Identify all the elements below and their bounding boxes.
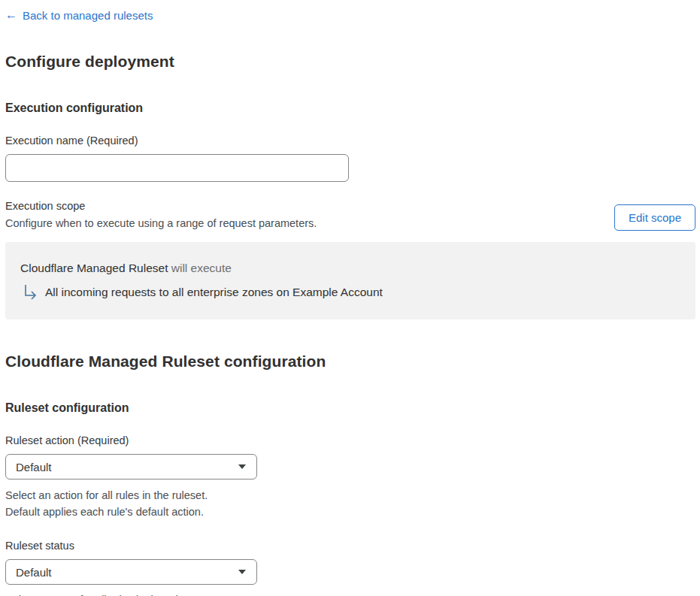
ruleset-status-selected-value: Default (16, 566, 52, 579)
ruleset-action-selected-value: Default (16, 461, 52, 473)
ruleset-action-help: Select an action for all rules in the ru… (5, 487, 695, 520)
execution-name-label: Execution name (Required) (5, 135, 695, 147)
ruleset-status-label: Ruleset status (5, 540, 695, 552)
ruleset-status-help: Select a status for all rules in the rul… (5, 591, 695, 596)
scope-detail-text: All incoming requests to all enterprise … (45, 286, 383, 299)
edit-scope-button[interactable]: Edit scope (614, 204, 695, 231)
scope-will-execute-text: will execute (168, 262, 231, 274)
configure-deployment-page: ← Back to managed rulesets Configure dep… (0, 0, 695, 596)
ruleset-status-select[interactable]: Default (5, 559, 257, 585)
chevron-down-icon (238, 464, 246, 469)
execution-configuration-heading: Execution configuration (5, 101, 695, 115)
ruleset-action-select[interactable]: Default (5, 454, 257, 480)
execution-scope-description: Configure when to execute using a range … (5, 217, 317, 229)
branch-arrow-icon (23, 284, 38, 301)
execution-scope-row: Execution scope Configure when to execut… (5, 200, 695, 231)
ruleset-configuration-subheading: Ruleset configuration (5, 401, 695, 415)
scope-summary-headline: Cloudflare Managed Ruleset will execute (20, 262, 680, 275)
execution-scope-label: Execution scope (5, 200, 317, 212)
ruleset-action-label: Ruleset action (Required) (5, 434, 695, 446)
back-to-managed-rulesets-link[interactable]: ← Back to managed rulesets (5, 9, 153, 22)
execution-scope-text: Execution scope Configure when to execut… (5, 200, 317, 229)
execution-name-input[interactable] (5, 154, 349, 182)
page-title: Configure deployment (5, 53, 695, 71)
back-arrow-icon: ← (5, 9, 17, 21)
ruleset-status-help-line1: Select a status for all rules in the rul… (5, 591, 695, 596)
scope-summary-box: Cloudflare Managed Ruleset will execute … (5, 242, 695, 319)
ruleset-action-help-line2: Default applies each rule's default acti… (5, 504, 695, 520)
chevron-down-icon (238, 570, 246, 574)
back-link-label: Back to managed rulesets (23, 9, 153, 22)
ruleset-action-help-line1: Select an action for all rules in the ru… (5, 487, 695, 504)
scope-summary-detail: All incoming requests to all enterprise … (20, 284, 680, 301)
ruleset-configuration-page-heading: Cloudflare Managed Ruleset configuration (5, 352, 695, 371)
scope-ruleset-name: Cloudflare Managed Ruleset (20, 262, 168, 274)
